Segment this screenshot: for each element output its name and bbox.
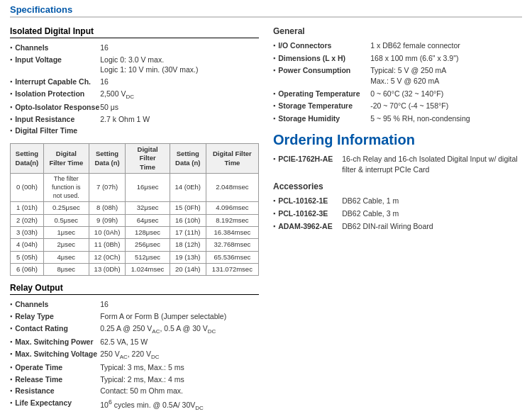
- accessory-pcl-3e: PCL-10162-3E DB62 Cable, 3 m: [273, 208, 522, 219]
- table-header-3: SettingData (n): [89, 144, 126, 174]
- page-header: Specifications: [0, 0, 532, 21]
- accessories-section: Accessories PCL-10162-1E DB62 Cable, 1 m…: [273, 181, 522, 231]
- spec-channels: Channels 16: [10, 43, 259, 53]
- relay-output-section: Relay Output Channels 16 Relay Type Form…: [10, 283, 259, 411]
- relay-max-switching-power: Max. Switching Power 62.5 VA, 15 W: [10, 337, 259, 347]
- isolated-digital-input-section: Isolated Digital Input Channels 16 Input…: [10, 26, 259, 276]
- table-header-2: DigitalFilter Time: [43, 144, 89, 174]
- relay-type: Relay Type Form A or Form B (Jumper sele…: [10, 311, 259, 322]
- gen-dimensions: Dimensions (L x H) 168 x 100 mm (6.6" x …: [273, 53, 522, 64]
- ordering-section: Ordering Information PCIE-1762H-AE 16-ch…: [273, 131, 522, 174]
- gen-power-consumption: Power Consumption Typical: 5 V @ 250 mAM…: [273, 65, 522, 86]
- general-section: General I/O Connectors 1 x DB62 female c…: [273, 26, 522, 124]
- ordering-item-pcie: PCIE-1762H-AE 16-ch Relay and 16-ch Isol…: [273, 154, 522, 174]
- gen-io-connectors: I/O Connectors 1 x DB62 female connector: [273, 40, 522, 51]
- relay-output-specs: Channels 16 Relay Type Form A or Form B …: [10, 299, 259, 411]
- table-row: 0 (00h) The filterfunction isnot used. 7…: [11, 174, 259, 202]
- table-row: 2 (02h) 0.5μsec 9 (09h) 64μsec 16 (10h) …: [11, 214, 259, 226]
- relay-operate-time: Operate Time Typical: 3 ms, Max.: 5 ms: [10, 362, 259, 373]
- spec-opto: Opto-Isolator Response 50 μs: [10, 102, 259, 113]
- table-header-1: SettingData(n): [11, 144, 44, 174]
- isolated-digital-input-title: Isolated Digital Input: [10, 26, 259, 38]
- spec-isolation: Isolation Protection 2,500 VDC: [10, 89, 259, 101]
- filter-table: SettingData(n) DigitalFilter Time Settin…: [10, 143, 259, 276]
- relay-channels: Channels 16: [10, 299, 259, 310]
- isolated-digital-input-specs: Channels 16 Input Voltage Logic 0: 3.0 V…: [10, 43, 259, 136]
- general-specs: I/O Connectors 1 x DB62 female connector…: [273, 40, 522, 124]
- ordering-title: Ordering Information: [273, 131, 522, 148]
- spec-interrupt: Interrupt Capable Ch. 16: [10, 77, 259, 87]
- spec-input-voltage: Input Voltage Logic 0: 3.0 V max.Logic 1…: [10, 55, 259, 75]
- table-row: 4 (04h) 2μsec 11 (0Bh) 256μsec 18 (12h) …: [11, 239, 259, 251]
- accessory-adam: ADAM-3962-AE DB62 DIN-rail Wiring Board: [273, 221, 522, 232]
- table-header-5: SettingData (n): [170, 144, 206, 174]
- spec-resistance: Input Resistance 2.7 k Ohm 1 W: [10, 114, 259, 125]
- relay-life-expectancy: Life Expectancy 106 cycles min. @ 0.5A/ …: [10, 398, 259, 412]
- general-title: General: [273, 26, 522, 36]
- relay-max-switching-voltage: Max. Switching Voltage 250 VAC, 220 VDC: [10, 349, 259, 361]
- accessories-title: Accessories: [273, 181, 522, 191]
- relay-resistance: Resistance Contact: 50 m Ohm max.: [10, 386, 259, 396]
- table-header-4: DigitalFilterTime: [126, 144, 170, 174]
- accessory-pcl-1e: PCL-10162-1E DB62 Cable, 1 m: [273, 196, 522, 206]
- gen-storage-humidity: Storage Humidity 5 ~ 95 % RH, non-conden…: [273, 113, 522, 124]
- relay-contact-rating: Contact Rating 0.25 A @ 250 VAC, 0.5 A @…: [10, 323, 259, 335]
- table-row: 5 (05h) 4μsec 12 (0Ch) 512μsec 19 (13h) …: [11, 251, 259, 263]
- table-row: 1 (01h) 0.25μsec 8 (08h) 32μsec 15 (0Fh)…: [11, 202, 259, 214]
- relay-release-time: Release Time Typical: 2 ms, Max.: 4 ms: [10, 374, 259, 385]
- spec-filter: Digital Filter Time: [10, 125, 259, 136]
- ordering-items: PCIE-1762H-AE 16-ch Relay and 16-ch Isol…: [273, 154, 522, 174]
- table-row: 6 (06h) 8μsec 13 (0Dh) 1.024msec 20 (14h…: [11, 263, 259, 275]
- table-row: 3 (03h) 1μsec 10 (0Ah) 128μsec 17 (11h) …: [11, 226, 259, 238]
- accessories-items: PCL-10162-1E DB62 Cable, 1 m PCL-10162-3…: [273, 196, 522, 231]
- table-header-6: Digital FilterTime: [206, 144, 258, 174]
- page-title: Specifications: [10, 4, 522, 18]
- relay-output-title: Relay Output: [10, 283, 259, 295]
- gen-storage-temp: Storage Temperature -20 ~ 70°C (-4 ~ 158…: [273, 101, 522, 111]
- gen-operating-temp: Operating Temperature 0 ~ 60°C (32 ~ 140…: [273, 89, 522, 99]
